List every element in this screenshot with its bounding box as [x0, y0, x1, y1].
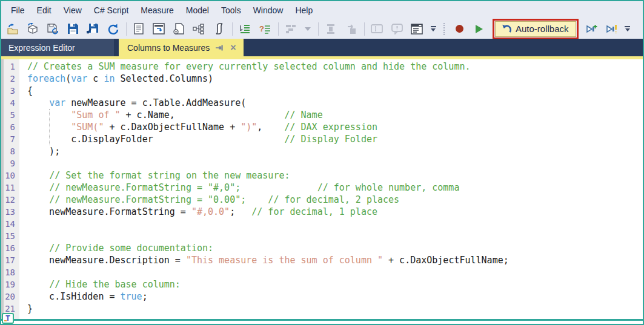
line-text: c.IsHidden = true; [19, 291, 148, 303]
code-line[interactable]: 17 newMeasure.Description = "This measur… [1, 254, 643, 266]
toolbar-overflow-icon[interactable] [429, 26, 437, 31]
svg-text:?: ? [259, 24, 264, 33]
line-number: 11 [1, 182, 19, 194]
menu-window[interactable]: Window [247, 3, 290, 18]
pin-icon[interactable] [215, 44, 224, 51]
line-text: // newMeasure.FormatString = "#,0"; // f… [19, 182, 459, 194]
save-as-icon[interactable] [85, 21, 101, 37]
line-text: // Provide some documentation: [19, 242, 213, 254]
auto-rollback-button[interactable]: Auto-rollback [495, 21, 576, 37]
code-line[interactable]: 4 var newMeasure = c.Table.AddMeasure( [1, 97, 643, 109]
textbox-icon[interactable] [369, 21, 385, 37]
code-line[interactable]: 5 "Sum of " + c.Name, // Name [1, 109, 643, 121]
open-from-database-icon[interactable] [25, 21, 41, 37]
code-line[interactable]: 21} [1, 303, 643, 315]
code-line[interactable]: 1// Creates a SUM measure for every curr… [1, 61, 643, 73]
line-number: 1 [1, 61, 19, 73]
message-icon[interactable] [389, 21, 405, 37]
play-icon[interactable] [471, 21, 487, 37]
code-line[interactable]: 13 newMeasure.FormatString = "#,0.0"; //… [1, 206, 643, 218]
menu-model[interactable]: Model [180, 3, 215, 18]
comment-lines-icon[interactable]: ? [257, 21, 273, 37]
tab-columns-to-measures[interactable]: Columns to Measures × [119, 39, 244, 56]
code-line[interactable]: 16 // Provide some documentation: [1, 242, 643, 254]
menu-measure[interactable]: Measure [134, 3, 179, 18]
code-line[interactable]: 15 [1, 230, 643, 242]
code-line[interactable]: 12 // newMeasure.FormatString = "0.00"; … [1, 194, 643, 206]
toolbar: ? [1, 19, 643, 39]
toolbar-separator [318, 22, 319, 36]
code-line[interactable]: 19 // Hide the base column: [1, 278, 643, 291]
auto-rollback-label: Auto-rollback [516, 24, 569, 34]
close-icon[interactable]: × [229, 43, 237, 53]
new-script-icon[interactable] [131, 21, 147, 37]
line-number: 15 [1, 230, 19, 242]
code-line[interactable]: 6 "SUM(" + c.DaxObjectFullName + ")", //… [1, 121, 643, 133]
menu-bar: File Edit View C# Script Measure Model T… [1, 1, 643, 19]
open-icon[interactable] [5, 21, 21, 37]
hierarchy-icon[interactable] [191, 21, 207, 37]
line-text: var newMeasure = c.Table.AddMeasure( [19, 97, 246, 109]
refresh-icon[interactable] [105, 21, 121, 37]
line-number: 4 [1, 97, 19, 109]
code-line[interactable]: 9 [1, 157, 643, 169]
line-number: 13 [1, 206, 19, 218]
code-line[interactable]: 11 // newMeasure.FormatString = "#,0"; /… [1, 182, 643, 194]
badge-letter: T [5, 314, 10, 323]
menu-edit[interactable]: Edit [31, 3, 58, 18]
line-number: 10 [1, 169, 19, 182]
line-number: 14 [1, 218, 19, 230]
line-number: 3 [1, 85, 19, 97]
tab-expression-editor[interactable]: Expression Editor [1, 39, 114, 56]
code-line[interactable]: 2foreach(var c in Selected.Columns) [1, 73, 643, 85]
toolbar-grip[interactable] [443, 23, 446, 35]
insert-block-icon[interactable] [323, 21, 339, 37]
line-number: 12 [1, 194, 19, 206]
toolbar-overflow-icon[interactable] [623, 26, 632, 31]
line-number: 7 [1, 133, 19, 145]
line-text: } [19, 303, 33, 315]
bottom-border [1, 319, 643, 324]
menu-view[interactable]: View [58, 3, 88, 18]
line-text: foreach(var c in Selected.Columns) [19, 73, 213, 85]
script-icon[interactable] [211, 21, 227, 37]
code-line[interactable]: 7 c.DisplayFolder // Display Folder [1, 133, 643, 145]
line-text: ); [19, 145, 60, 157]
code-line[interactable]: 18 [1, 266, 643, 278]
line-number: 6 [1, 121, 19, 133]
page-record-icon[interactable] [171, 21, 187, 37]
line-number: 8 [1, 145, 19, 157]
menu-csharp-script[interactable]: C# Script [88, 3, 135, 18]
perspectives-dropdown-icon[interactable] [303, 21, 313, 37]
properties-form-icon[interactable] [409, 21, 425, 37]
line-number: 5 [1, 109, 19, 121]
code-line[interactable]: 8 ); [1, 145, 643, 157]
perspectives-icon[interactable] [283, 21, 299, 37]
save-icon[interactable] [65, 21, 81, 37]
line-text: "SUM(" + c.DaxObjectFullName + ")", // D… [19, 121, 377, 133]
code-line[interactable]: 20 c.IsHidden = true; [1, 291, 643, 303]
import-block-icon[interactable] [343, 21, 359, 37]
format-dax-icon[interactable] [237, 21, 253, 37]
preview-changes-icon[interactable] [151, 21, 167, 37]
line-number: 20 [1, 291, 19, 303]
code-line[interactable]: 10 // Set the format string on the new m… [1, 169, 643, 182]
line-number: 2 [1, 73, 19, 85]
line-number: 18 [1, 266, 19, 278]
code-editor[interactable]: 1// Creates a SUM measure for every curr… [1, 59, 643, 319]
menu-tools[interactable]: Tools [215, 3, 247, 18]
line-number: 17 [1, 254, 19, 266]
auto-rollback-highlight-box: Auto-rollback [493, 19, 579, 39]
menu-file[interactable]: File [5, 3, 31, 18]
doc-tab-label: Columns to Measures [127, 43, 210, 53]
run-current-icon[interactable] [603, 21, 619, 37]
line-text [19, 157, 27, 169]
save-to-database-icon[interactable] [45, 21, 61, 37]
menu-help[interactable]: Help [289, 3, 319, 18]
code-line[interactable]: 3{ [1, 85, 643, 97]
code-line[interactable]: 14 [1, 218, 643, 230]
line-text: newMeasure.FormatString = "#,0.0"; // fo… [19, 206, 377, 218]
run-new-icon[interactable] [583, 21, 599, 37]
record-icon[interactable] [451, 21, 467, 37]
toolbar-separator [126, 22, 127, 36]
